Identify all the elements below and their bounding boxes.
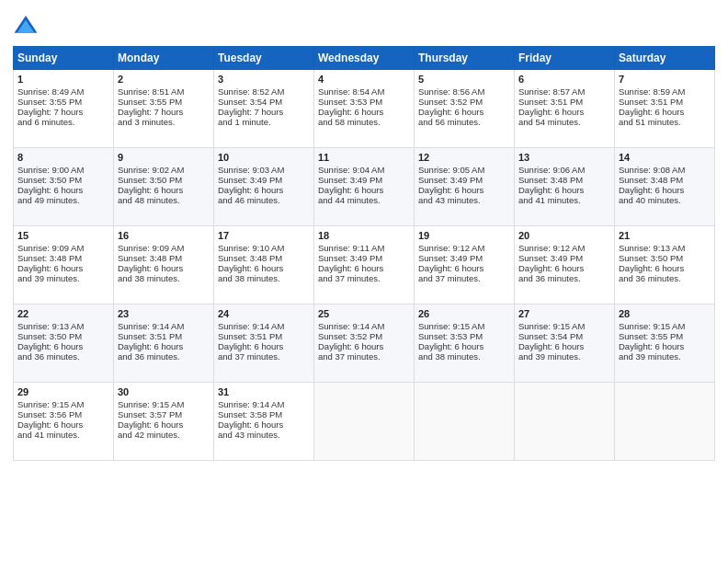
calendar-day: 19Sunrise: 9:12 AMSunset: 3:49 PMDayligh… xyxy=(415,226,515,304)
day-number: 15 xyxy=(17,230,109,241)
day-info: Sunrise: 9:02 AM xyxy=(118,165,210,175)
day-info: Sunrise: 8:56 AM xyxy=(418,86,510,97)
day-info: Daylight: 6 hours xyxy=(418,341,510,351)
day-info: and 37 minutes. xyxy=(218,351,310,362)
weekday-header: Monday xyxy=(114,47,214,70)
logo xyxy=(13,13,42,39)
calendar-day: 20Sunrise: 9:12 AMSunset: 3:49 PMDayligh… xyxy=(515,226,615,304)
day-info: Sunset: 3:55 PM xyxy=(619,331,711,341)
day-info: Daylight: 6 hours xyxy=(418,263,510,273)
day-number: 26 xyxy=(418,308,510,319)
calendar-week: 1Sunrise: 8:49 AMSunset: 3:55 PMDaylight… xyxy=(14,70,715,148)
day-info: Sunset: 3:56 PM xyxy=(17,409,109,419)
day-info: Sunset: 3:52 PM xyxy=(318,331,410,341)
day-info: Sunrise: 9:14 AM xyxy=(218,321,310,331)
calendar-day: 18Sunrise: 9:11 AMSunset: 3:49 PMDayligh… xyxy=(314,226,415,304)
day-info: Sunset: 3:51 PM xyxy=(518,97,610,107)
calendar-day: 12Sunrise: 9:05 AMSunset: 3:49 PMDayligh… xyxy=(415,148,515,226)
day-info: Daylight: 6 hours xyxy=(619,341,711,351)
day-info: Sunrise: 9:04 AM xyxy=(318,165,410,175)
calendar-day: 26Sunrise: 9:15 AMSunset: 3:53 PMDayligh… xyxy=(415,304,515,383)
calendar-body: 1Sunrise: 8:49 AMSunset: 3:55 PMDaylight… xyxy=(14,70,715,461)
weekday-header: Tuesday xyxy=(214,47,314,70)
calendar-day: 25Sunrise: 9:14 AMSunset: 3:52 PMDayligh… xyxy=(314,304,415,383)
day-info: Sunrise: 8:54 AM xyxy=(318,86,410,97)
calendar-day: 27Sunrise: 9:15 AMSunset: 3:54 PMDayligh… xyxy=(515,304,615,383)
day-info: Sunset: 3:50 PM xyxy=(17,331,109,341)
header xyxy=(13,9,715,39)
day-info: Sunrise: 9:12 AM xyxy=(518,243,610,253)
day-number: 11 xyxy=(318,152,410,163)
day-info: and 43 minutes. xyxy=(218,430,310,440)
calendar-day: 21Sunrise: 9:13 AMSunset: 3:50 PMDayligh… xyxy=(615,226,715,304)
day-info: Sunset: 3:58 PM xyxy=(218,409,310,419)
day-number: 18 xyxy=(318,230,410,241)
day-info: Sunset: 3:50 PM xyxy=(17,175,109,185)
day-number: 10 xyxy=(218,152,310,163)
calendar-day: 2Sunrise: 8:51 AMSunset: 3:55 PMDaylight… xyxy=(114,70,214,148)
calendar-week: 8Sunrise: 9:00 AMSunset: 3:50 PMDaylight… xyxy=(14,148,715,226)
calendar-day: 8Sunrise: 9:00 AMSunset: 3:50 PMDaylight… xyxy=(14,148,114,226)
day-number: 19 xyxy=(418,230,510,241)
day-info: Daylight: 6 hours xyxy=(418,107,510,117)
calendar-day: 15Sunrise: 9:09 AMSunset: 3:48 PMDayligh… xyxy=(14,226,114,304)
day-info: Daylight: 6 hours xyxy=(518,185,610,195)
day-info: Sunset: 3:48 PM xyxy=(218,253,310,263)
day-info: and 56 minutes. xyxy=(418,117,510,127)
day-number: 24 xyxy=(218,308,310,319)
calendar-day: 1Sunrise: 8:49 AMSunset: 3:55 PMDaylight… xyxy=(14,70,114,148)
day-info: and 42 minutes. xyxy=(118,430,210,440)
day-info: and 46 minutes. xyxy=(218,195,310,205)
day-info: Sunset: 3:49 PM xyxy=(318,175,410,185)
day-info: Daylight: 6 hours xyxy=(418,185,510,195)
day-info: Sunset: 3:54 PM xyxy=(518,331,610,341)
day-number: 30 xyxy=(118,386,210,397)
day-info: Daylight: 6 hours xyxy=(118,185,210,195)
day-number: 20 xyxy=(518,230,610,241)
day-info: and 38 minutes. xyxy=(418,351,510,362)
day-info: Sunset: 3:49 PM xyxy=(318,253,410,263)
day-info: Daylight: 6 hours xyxy=(518,263,610,273)
day-info: and 40 minutes. xyxy=(619,195,711,205)
day-info: and 3 minutes. xyxy=(118,117,210,127)
day-info: Sunrise: 8:57 AM xyxy=(518,86,610,97)
day-info: Sunrise: 9:15 AM xyxy=(619,321,711,331)
day-number: 6 xyxy=(518,74,610,85)
day-info: Daylight: 6 hours xyxy=(17,263,109,273)
day-info: Sunset: 3:55 PM xyxy=(118,97,210,107)
day-info: Daylight: 6 hours xyxy=(118,263,210,273)
calendar-day: 17Sunrise: 9:10 AMSunset: 3:48 PMDayligh… xyxy=(214,226,314,304)
calendar-day xyxy=(415,383,515,461)
calendar-day: 29Sunrise: 9:15 AMSunset: 3:56 PMDayligh… xyxy=(14,383,114,461)
calendar-week: 22Sunrise: 9:13 AMSunset: 3:50 PMDayligh… xyxy=(14,304,715,383)
day-info: Sunset: 3:49 PM xyxy=(518,253,610,263)
day-info: Sunset: 3:49 PM xyxy=(418,253,510,263)
day-info: Sunrise: 8:51 AM xyxy=(118,86,210,97)
day-info: Daylight: 6 hours xyxy=(17,341,109,351)
day-info: Sunset: 3:50 PM xyxy=(619,253,711,263)
day-info: Sunrise: 9:03 AM xyxy=(218,165,310,175)
day-number: 5 xyxy=(418,74,510,85)
calendar-week: 15Sunrise: 9:09 AMSunset: 3:48 PMDayligh… xyxy=(14,226,715,304)
day-info: Sunset: 3:53 PM xyxy=(318,97,410,107)
day-info: and 48 minutes. xyxy=(118,195,210,205)
calendar-day: 14Sunrise: 9:08 AMSunset: 3:48 PMDayligh… xyxy=(615,148,715,226)
day-info: Sunset: 3:50 PM xyxy=(118,175,210,185)
day-info: and 44 minutes. xyxy=(318,195,410,205)
day-info: Sunrise: 9:09 AM xyxy=(17,243,109,253)
day-info: and 6 minutes. xyxy=(17,117,109,127)
calendar-day: 5Sunrise: 8:56 AMSunset: 3:52 PMDaylight… xyxy=(415,70,515,148)
calendar-day: 28Sunrise: 9:15 AMSunset: 3:55 PMDayligh… xyxy=(615,304,715,383)
calendar-day xyxy=(615,383,715,461)
day-number: 28 xyxy=(619,308,711,319)
day-info: Sunrise: 9:12 AM xyxy=(418,243,510,253)
day-info: Sunrise: 8:59 AM xyxy=(619,86,711,97)
day-info: and 1 minute. xyxy=(218,117,310,127)
day-number: 2 xyxy=(118,74,210,85)
calendar-week: 29Sunrise: 9:15 AMSunset: 3:56 PMDayligh… xyxy=(14,383,715,461)
day-info: Daylight: 6 hours xyxy=(619,185,711,195)
day-info: and 39 minutes. xyxy=(518,351,610,362)
day-number: 16 xyxy=(118,230,210,241)
day-info: Sunset: 3:48 PM xyxy=(17,253,109,263)
day-number: 25 xyxy=(318,308,410,319)
